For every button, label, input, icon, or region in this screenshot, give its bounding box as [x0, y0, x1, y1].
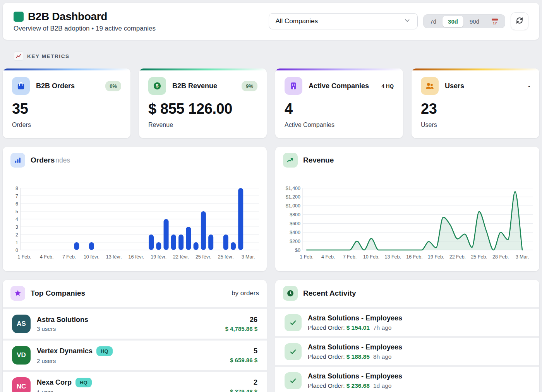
company-orders-count: 26 [225, 316, 257, 324]
activity-action: Placed Order: [308, 353, 345, 360]
trend-up-icon [283, 153, 298, 168]
company-list: AS Astra Solutions 3 users 26 $ 4,785.86… [3, 307, 267, 392]
svg-text:16 févr.: 16 févr. [129, 254, 144, 260]
company-orders-count: 2 [230, 378, 257, 387]
recent-activity-panel: Recent Activity Astra Solutions - Employ… [275, 280, 539, 392]
metric-value: $ 855 126.00 [148, 101, 257, 117]
metric-card-building: Active Companies 4 HQ 4 Active Companies [275, 68, 403, 138]
activity-row: Astra Solutions - Employees Placed Order… [275, 336, 539, 365]
svg-text:13 févr.: 13 févr. [106, 254, 122, 260]
metric-label: Orders [12, 122, 121, 128]
svg-text:$200: $200 [290, 239, 300, 244]
company-info: Nexa Corp HQ 1 user [37, 378, 92, 392]
metric-label: Active Companies [285, 122, 394, 128]
svg-text:$: $ [156, 83, 159, 89]
star-icon [10, 286, 25, 301]
company-filter-select[interactable]: All Companies [269, 13, 418, 29]
chevron-down-icon [403, 17, 411, 26]
svg-text:13 Feb.: 13 Feb. [385, 254, 401, 260]
svg-text:2: 2 [15, 232, 18, 238]
activity-time: 8h ago [373, 353, 391, 360]
company-row: AS Astra Solutions 3 users 26 $ 4,785.86… [3, 307, 267, 339]
svg-text:$1,400: $1,400 [286, 186, 300, 191]
svg-text:1 Feb.: 1 Feb. [300, 254, 313, 260]
clock-icon [283, 286, 298, 301]
company-info: Astra Solutions 3 users [37, 316, 88, 332]
check-icon [285, 343, 302, 360]
page-title: B2B Dashboard [28, 10, 107, 23]
activity-amount: $ 154.01 [346, 324, 370, 331]
calendar-icon: 17 [490, 17, 499, 26]
top-companies-title: Top Companies [31, 289, 85, 298]
metrics-sparkline-icon [14, 51, 23, 61]
svg-text:22 Feb.: 22 Feb. [449, 254, 466, 260]
orders-bar-chart: 0123456781 Feb.4 Feb.7 Feb.10 févr.13 fé… [3, 176, 266, 271]
activity-amount: $ 188.85 [346, 353, 370, 360]
company-name: Nexa Corp [37, 378, 72, 387]
company-avatar: VD [12, 346, 31, 365]
company-name: Vertex Dynamics [37, 347, 93, 355]
company-users: 1 user [37, 389, 92, 392]
svg-text:7 Feb.: 7 Feb. [62, 254, 76, 260]
activity-list: Astra Solutions - Employees Placed Order… [275, 307, 539, 392]
calendar-range-button[interactable]: 17 [485, 15, 504, 27]
dollar-icon: $ [148, 77, 166, 95]
activity-info: Astra Solutions - Employees Placed Order… [308, 372, 402, 389]
top-companies-panel: Top Companies by orders AS Astra Solutio… [3, 280, 267, 392]
company-name: Astra Solutions [37, 316, 88, 324]
metric-card-bag: B2B Orders 0% 35 Orders [3, 68, 130, 138]
header-controls: All Companies 7d30d90d 17 [269, 12, 528, 30]
metric-card-users: Users - 23 Users [412, 68, 539, 138]
range-button-30d[interactable]: 30d [443, 16, 463, 27]
metric-card-dollar: $ B2B Revenue 9% $ 855 126.00 Revenue [139, 68, 267, 138]
activity-info: Astra Solutions - Employees Placed Order… [308, 343, 402, 360]
svg-text:19 Feb.: 19 Feb. [428, 254, 444, 260]
svg-text:6: 6 [15, 201, 18, 207]
metric-label: Users [421, 122, 530, 128]
company-users: 3 users [37, 325, 88, 332]
svg-text:4 Feb.: 4 Feb. [321, 254, 335, 260]
metric-value: 23 [421, 101, 530, 117]
metric-label: Revenue [148, 122, 257, 128]
refresh-button[interactable] [511, 12, 528, 30]
svg-text:28 Feb.: 28 Feb. [492, 254, 509, 260]
svg-text:17: 17 [493, 21, 497, 25]
svg-text:$1,000: $1,000 [286, 203, 300, 209]
svg-text:10 févr.: 10 févr. [84, 254, 99, 260]
bar-chart-icon [10, 153, 25, 168]
svg-text:$400: $400 [290, 230, 300, 235]
bag-icon [12, 77, 30, 95]
orders-chart-panel: Ordersndes 0123456781 Feb.4 Feb.7 Feb.10… [3, 147, 267, 271]
metric-title: B2B Revenue [172, 82, 235, 90]
svg-text:$600: $600 [290, 221, 300, 226]
charts-row: Ordersndes 0123456781 Feb.4 Feb.7 Feb.10… [3, 147, 539, 271]
users-icon [421, 77, 439, 95]
check-icon [285, 372, 302, 389]
svg-text:5: 5 [15, 209, 18, 214]
check-icon [285, 314, 302, 331]
header-card: B2B Dashboard Overview of B2B adoption •… [3, 3, 539, 40]
activity-row: Astra Solutions - Employees Placed Order… [275, 307, 539, 336]
panel-meta-by-orders: by orders [232, 289, 259, 297]
company-info: Vertex Dynamics HQ 2 users [37, 346, 113, 364]
range-button-7d[interactable]: 7d [424, 16, 442, 27]
svg-text:25 févr.: 25 févr. [218, 254, 234, 260]
revenue-line-chart: $0$200$400$600$800$1,000$1,200$1,4001 Fe… [275, 176, 539, 271]
range-button-90d[interactable]: 90d [464, 16, 485, 27]
metric-value: 4 [285, 101, 394, 117]
svg-text:1: 1 [15, 240, 18, 245]
activity-amount: $ 236.68 [346, 382, 370, 389]
svg-text:0: 0 [15, 248, 18, 253]
metrics-grid: B2B Orders 0% 35 Orders $ B2B Revenue 9%… [3, 68, 539, 138]
metric-badge: 9% [242, 81, 257, 91]
brand: B2B Dashboard Overview of B2B adoption •… [14, 10, 156, 33]
revenue-chart-panel: Revenue $0$200$400$600$800$1,000$1,200$1… [275, 147, 539, 271]
metric-badge: 0% [105, 81, 121, 91]
metric-title: B2B Orders [36, 82, 99, 90]
hq-badge: HQ [75, 378, 92, 387]
svg-text:1 Feb.: 1 Feb. [17, 254, 31, 260]
company-users: 2 users [37, 358, 113, 364]
company-revenue: $ 379.48 $ [230, 388, 257, 392]
svg-text:7: 7 [15, 193, 18, 199]
svg-text:3: 3 [15, 224, 18, 230]
